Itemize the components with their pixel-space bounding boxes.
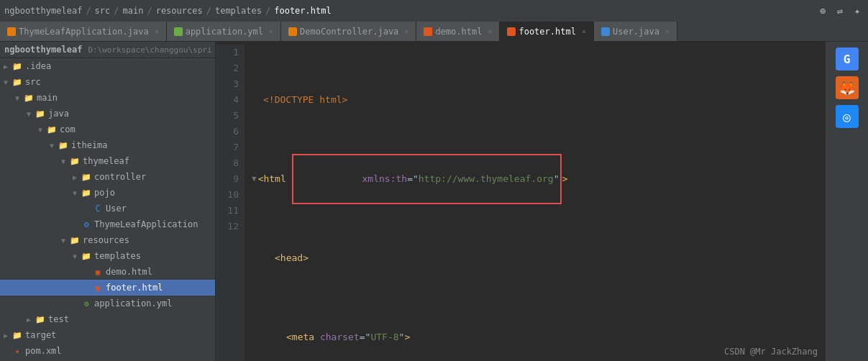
breadcrumb-item-resources[interactable]: resources [156, 6, 203, 16]
globe-icon[interactable]: ⊕ [816, 4, 829, 17]
arrow-icon: ▼ [35, 126, 46, 134]
sidebar-item-label: thymeleaf [83, 156, 129, 166]
code-lines[interactable]: <!DOCTYPE html> ▼ <html xmlns:th="http:/… [245, 45, 825, 361]
sidebar-item-label: footer.html [106, 283, 163, 293]
firefox-icon[interactable]: 🦊 [836, 76, 859, 99]
sidebar-item-label: java [48, 109, 69, 119]
tab-thymeleafapplication[interactable]: ThymeLeafApplication.java ✕ [0, 22, 167, 42]
java-icon [7, 27, 16, 36]
sidebar-item-test[interactable]: ▶ 📁 test [0, 311, 215, 327]
sidebar-item-label: .idea [25, 61, 51, 71]
sidebar-item-idea[interactable]: ▶ 📁 .idea [0, 58, 215, 74]
breadcrumb-item-templates[interactable]: templates [215, 6, 262, 16]
line-num-8: 8 [221, 155, 239, 171]
sidebar-path: D:\workspace\changgou\spri [88, 45, 211, 55]
sidebar-item-controller[interactable]: ▶ 📁 controller [0, 169, 215, 185]
split-icon[interactable]: ⇌ [833, 4, 846, 17]
arrow-icon: ▶ [0, 63, 12, 70]
html-tag: html [263, 171, 285, 187]
tab-label: application.yml [186, 27, 263, 37]
close-icon[interactable]: ✕ [269, 27, 273, 35]
line-num-3: 3 [221, 76, 239, 92]
sidebar-item-label: src [25, 77, 41, 87]
folder-icon: 📁 [69, 234, 81, 246]
sidebar-item-label: com [60, 124, 76, 134]
sidebar-item-src[interactable]: ▼ 📁 src [0, 74, 215, 90]
sidebar-item-label: resources [83, 235, 129, 245]
folder-icon: 📁 [58, 140, 69, 151]
sidebar-item-label: controller [94, 172, 146, 182]
sidebar-item-java[interactable]: ▼ 📁 java [0, 106, 215, 122]
code-line-2: ▼ <html xmlns:th="http://www.thymeleaf.o… [252, 171, 818, 187]
sidebar-item-thymeapp[interactable]: ⚙ ThymeLeafApplication [0, 216, 215, 232]
sidebar-item-label: target [25, 330, 56, 340]
watermark: CSDN @Mr JackZhang [724, 347, 818, 357]
sidebar-item-pomxml[interactable]: ✦ pom.xml [0, 343, 215, 359]
sidebar-item-applicationyml[interactable]: ⚙ application.yml [0, 296, 215, 311]
tab-democontroller[interactable]: DemoController.java ✕ [281, 22, 416, 42]
arrow-icon: ▼ [58, 237, 69, 245]
editor-area: 1 2 3 4 5 6 7 8 9 10 11 12 <!DOCTYPE htm… [216, 42, 825, 361]
code-line-1: <!DOCTYPE html> [252, 92, 818, 108]
close-icon[interactable]: ✕ [665, 27, 670, 35]
right-panel: G 🦊 ◎ [825, 42, 868, 361]
close-icon[interactable]: ✕ [582, 27, 586, 35]
sidebar-item-pojo[interactable]: ▼ 📁 pojo [0, 185, 215, 201]
chrome-icon[interactable]: G [836, 47, 859, 70]
html-file-icon: ▣ [92, 266, 104, 278]
xmlns-attr-box: xmlns:th="http://www.thymeleaf.org" [292, 154, 562, 204]
close-icon[interactable]: ✕ [155, 27, 159, 35]
doctype-tag: <!DOCTYPE html> [263, 92, 347, 108]
folder-icon: 📁 [12, 329, 23, 341]
sidebar-item-templates[interactable]: ▼ 📁 templates [0, 248, 215, 264]
breadcrumb: ngbootthymeleaf / src / main / resources… [4, 6, 332, 16]
code-container: 1 2 3 4 5 6 7 8 9 10 11 12 <!DOCTYPE htm… [216, 42, 825, 361]
java-icon [601, 27, 610, 36]
sidebar-item-demohtml[interactable]: ▣ demo.html [0, 264, 215, 280]
arrow-icon: ▼ [0, 78, 12, 86]
folder-icon: 📁 [23, 92, 35, 104]
html-icon [424, 27, 432, 36]
arrow-icon: ▼ [12, 94, 23, 102]
line-num-7: 7 [221, 140, 239, 155]
folder-icon: 📁 [12, 76, 23, 88]
line-num-10: 10 [221, 187, 239, 203]
tab-label: demo.html [435, 27, 482, 37]
sidebar-item-thymeleaf[interactable]: ▼ 📁 thymeleaf [0, 153, 215, 169]
close-icon[interactable]: ✕ [488, 27, 492, 35]
sidebar-item-target[interactable]: ▶ 📁 target [0, 327, 215, 343]
arrow-icon: ▶ [69, 173, 81, 181]
sidebar-item-label: pojo [94, 188, 115, 198]
sidebar-item-user-class[interactable]: C User [0, 201, 215, 216]
fold-arrow[interactable]: ▼ [252, 171, 257, 187]
breadcrumb-item-footer[interactable]: footer.html [274, 6, 331, 16]
folder-icon: 📁 [46, 124, 58, 135]
sidebar-item-label: ThymeLeafApplication [94, 219, 198, 229]
sidebar-item-com[interactable]: ▼ 📁 com [0, 122, 215, 137]
breadcrumb-item-main[interactable]: main [123, 6, 144, 16]
html-icon [507, 27, 516, 36]
close-icon[interactable]: ✕ [404, 27, 408, 35]
code-line-4: <meta charset =" UTF-8 " > [252, 329, 818, 345]
sidebar-item-itheima[interactable]: ▼ 📁 itheima [0, 137, 215, 153]
folder-icon: 📁 [81, 171, 92, 183]
tab-footerhtml[interactable]: footer.html ✕ [500, 22, 594, 42]
yml-file-icon: ⚙ [81, 298, 92, 309]
tab-applicationyml[interactable]: application.yml ✕ [167, 22, 281, 42]
sidebar-item-resources[interactable]: ▼ 📁 resources [0, 232, 215, 248]
gear-icon[interactable]: ✦ [851, 4, 864, 17]
breadcrumb-item-src[interactable]: src [95, 6, 111, 16]
sidebar-toolbar: ngbootthymeleaf D:\workspace\changgou\sp… [0, 42, 215, 58]
breadcrumb-item-0[interactable]: ngbootthymeleaf [4, 6, 82, 16]
line-num-1: 1 [221, 45, 239, 60]
sidebar-item-footerhtml[interactable]: ▣ footer.html [0, 280, 215, 296]
sidebar-item-label: User [106, 204, 127, 214]
xml-icon: ✦ [12, 345, 23, 357]
arrow-icon: ▼ [46, 142, 58, 150]
tab-userjava[interactable]: User.java ✕ [594, 22, 677, 42]
top-icons: ⊕ ⇌ ✦ [816, 4, 864, 17]
sidebar-item-main[interactable]: ▼ 📁 main [0, 90, 215, 106]
tag-close: > [562, 171, 567, 187]
tab-demohtml[interactable]: demo.html ✕ [416, 22, 500, 42]
safari-icon[interactable]: ◎ [836, 105, 859, 128]
